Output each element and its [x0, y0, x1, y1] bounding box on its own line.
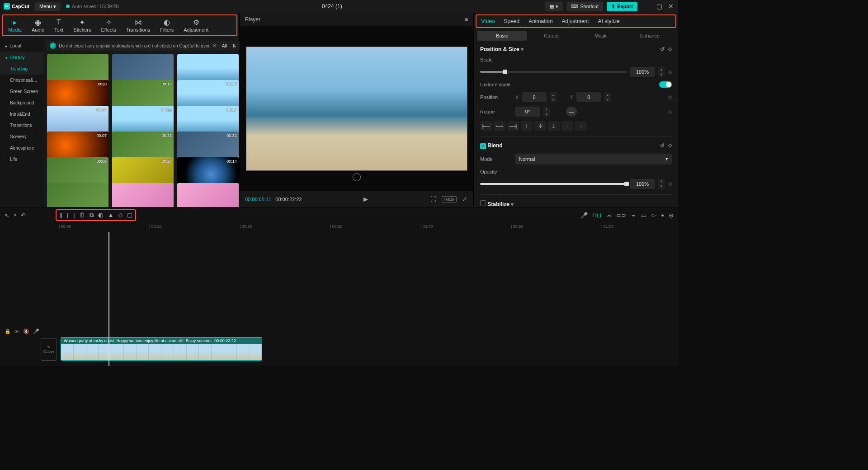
crop-tool[interactable]: ▢	[127, 212, 132, 219]
link-icon[interactable]: ⫘	[606, 212, 612, 219]
mode-select[interactable]: Normal ▾	[515, 154, 672, 164]
sort-icon[interactable]: ⇅	[232, 43, 236, 48]
source-item[interactable]: Green Screen	[0, 86, 43, 97]
keyframe-icon[interactable]: ◇	[668, 46, 672, 52]
delete-tool[interactable]: 🗑	[79, 212, 85, 219]
filter-all-button[interactable]: All	[222, 43, 227, 48]
play-button[interactable]: ▶	[363, 195, 369, 203]
export-button[interactable]: ⬆ Export	[607, 2, 637, 11]
rotate-spinner[interactable]: ▲▼	[543, 107, 550, 117]
blend-reset-icon[interactable]: ↺	[660, 142, 665, 149]
source-item[interactable]: Background	[0, 97, 43, 108]
video-clip[interactable]: Woman party at rocky coast. Happy woman …	[61, 337, 262, 361]
menu-button[interactable]: Menu ▾	[35, 2, 61, 11]
cover-button[interactable]: ✎ Cover	[41, 338, 57, 361]
scale-spinner[interactable]: ▲▼	[658, 67, 665, 77]
video-preview[interactable]	[246, 47, 467, 171]
zoom-slider-handle[interactable]: ●	[661, 212, 664, 218]
stabilize-checkbox[interactable]	[480, 200, 486, 206]
source-item[interactable]: Scenery	[0, 131, 43, 142]
player-menu-icon[interactable]: ≡	[465, 16, 468, 23]
reverse-tool[interactable]: ◐	[98, 212, 103, 219]
timeline-ruler[interactable]: | 00:00| 00:10| 00:20| 00:30| 00:40| 00:…	[59, 223, 678, 232]
playhead[interactable]	[108, 232, 109, 366]
blend-keyframe-icon[interactable]: ◇	[668, 142, 672, 149]
inspector-tab-video[interactable]: Video	[481, 18, 495, 24]
reset-icon[interactable]: ↺	[660, 46, 665, 52]
lock-icon[interactable]: 🔒	[5, 329, 11, 334]
align-top-button[interactable]: ⟙	[521, 121, 533, 131]
notice-close-button[interactable]: ✕	[212, 42, 217, 49]
shortcut-button[interactable]: ⌨ Shortcut	[566, 2, 603, 11]
inspector-tab-animation[interactable]: Animation	[528, 18, 552, 24]
pointer-chevron-icon[interactable]: ▾	[14, 213, 16, 217]
zoom-out-button[interactable]: ○-	[651, 212, 656, 219]
ratio-button[interactable]: Ratio	[442, 196, 457, 202]
media-tab-text[interactable]: TText	[52, 17, 65, 33]
blend-checkbox[interactable]: ✓	[480, 143, 486, 149]
magnet-icon[interactable]: ⊓⊔	[592, 212, 601, 219]
opacity-slider[interactable]	[480, 183, 627, 185]
media-tab-filters[interactable]: ◐Filters	[158, 17, 175, 33]
scale-value[interactable]: 100%	[630, 67, 655, 77]
opacity-value[interactable]: 100%	[630, 179, 655, 189]
align-clip-icon[interactable]: ⫟	[631, 212, 637, 219]
inspector-tab-aistylize[interactable]: AI stylize	[598, 18, 620, 24]
duplicate-tool[interactable]: ⧉	[90, 212, 94, 219]
rotate-value[interactable]: 0°	[515, 107, 540, 117]
undo-button[interactable]: ↶	[21, 212, 26, 219]
minimize-button[interactable]: —	[644, 3, 651, 10]
align-left-button[interactable]: |⟵	[480, 121, 492, 131]
align-hcenter-button[interactable]: ⟷	[494, 121, 505, 131]
media-tab-transitions[interactable]: ⋈Transitions	[124, 17, 152, 33]
media-tab-adjustment[interactable]: ⚙Adjustment	[182, 17, 210, 33]
align-vcenter-button[interactable]: ✛	[534, 121, 546, 131]
source-library[interactable]: ▾Library	[0, 52, 43, 63]
mic-icon[interactable]: 🎤	[580, 212, 588, 219]
inspector-tab-speed[interactable]: Speed	[504, 18, 519, 24]
posy-spinner[interactable]: ▲▼	[604, 92, 611, 102]
source-item[interactable]: Christmas&...	[0, 75, 43, 86]
chain-icon[interactable]: ⊂⊃	[616, 212, 626, 219]
source-local[interactable]: ▸Local	[0, 40, 43, 52]
position-x[interactable]: 0	[522, 92, 547, 102]
media-thumbnail[interactable]: ⬇	[177, 183, 239, 207]
eye-icon[interactable]: 👁	[14, 329, 19, 334]
scale-keyframe-icon[interactable]: ◇	[668, 69, 672, 75]
inspector-subtab-enhance[interactable]: Enhance	[625, 31, 675, 41]
split-tool[interactable]: ][	[59, 212, 62, 219]
inspector-subtab-basic[interactable]: Basic	[477, 31, 527, 41]
opacity-keyframe-icon[interactable]: ◇	[668, 181, 672, 187]
scan-icon[interactable]: ⛶	[429, 195, 437, 203]
align-right-button[interactable]: ⟶|	[507, 121, 519, 131]
close-button[interactable]: ✕	[667, 3, 675, 10]
source-item[interactable]: Trending	[0, 63, 43, 75]
zoom-fit-button[interactable]: ⊕	[669, 212, 674, 219]
position-y[interactable]: 0	[576, 92, 601, 102]
layout-button[interactable]: ▦ ▾	[545, 2, 563, 11]
mute-icon[interactable]: 🔇	[23, 329, 29, 334]
media-tab-effects[interactable]: ✧Effects	[99, 17, 118, 33]
trim-right-tool[interactable]: ]	[73, 212, 75, 219]
uniform-toggle[interactable]	[659, 81, 672, 88]
maximize-button[interactable]: ▢	[656, 3, 663, 10]
mirror-tool[interactable]: ▲	[108, 212, 113, 219]
inspector-tab-adjustment[interactable]: Adjustment	[562, 18, 589, 24]
rotate-tool[interactable]: ◇	[118, 212, 123, 219]
media-thumbnail[interactable]: ⬇	[47, 183, 108, 207]
fullscreen-button[interactable]: ⤢	[461, 195, 468, 203]
source-item[interactable]: Transitions	[0, 120, 43, 131]
media-tab-audio[interactable]: ◉Audio	[30, 17, 46, 33]
scale-slider[interactable]	[480, 71, 627, 73]
posx-spinner[interactable]: ▲▼	[550, 92, 557, 102]
media-tab-media[interactable]: ▸Media	[6, 17, 24, 33]
distribute-h-button[interactable]: ⫴	[561, 121, 573, 131]
media-tab-stickers[interactable]: ✦Stickers	[71, 17, 93, 33]
inspector-subtab-cutout[interactable]: Cutout	[527, 31, 576, 41]
position-keyframe-icon[interactable]: ◇	[668, 94, 672, 100]
source-item[interactable]: Life	[0, 154, 43, 165]
media-thumbnail[interactable]: ⬇	[112, 183, 174, 207]
rotate-keyframe-icon[interactable]: ◇	[668, 109, 672, 115]
trim-left-tool[interactable]: [	[67, 212, 69, 219]
source-item[interactable]: Atmosphere	[0, 142, 43, 154]
